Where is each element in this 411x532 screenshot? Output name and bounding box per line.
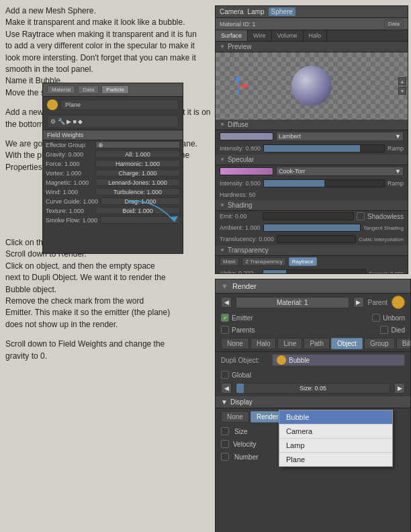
parent-icon[interactable] xyxy=(392,296,405,309)
pt-tab-material[interactable]: Material xyxy=(47,85,75,94)
alpha-bar[interactable] xyxy=(263,269,367,274)
diffuse-color-swatch[interactable] xyxy=(220,132,273,140)
parents-label: Parents xyxy=(232,326,255,334)
mask-btn[interactable]: Mask xyxy=(220,257,239,266)
display-tab-none[interactable]: None xyxy=(221,411,249,423)
specular-type-dropdown[interactable]: Cook-Torr▼ xyxy=(276,167,404,176)
shading-emit-row: Emit: 0.00 Shadowless xyxy=(216,211,408,222)
material-prev-btn[interactable]: ◀ xyxy=(221,297,232,308)
path-tab-none[interactable]: None xyxy=(221,338,249,349)
died-label: Died xyxy=(391,326,405,334)
specular-intensity-bar[interactable] xyxy=(263,179,385,187)
shading-translucency-bar[interactable] xyxy=(277,235,357,243)
fw-row-4: Wind: 1.000 Turbulence: 1.000 xyxy=(43,187,183,197)
path-tab-group[interactable]: Group xyxy=(364,338,395,349)
transparency-section-header: ▼ Transparency xyxy=(216,245,408,256)
velocity-checkbox[interactable] xyxy=(221,440,229,448)
fw-magnetic: Magnetic: 1.000 xyxy=(46,179,93,186)
fw-vortex: Vortex: 1.000 xyxy=(46,170,93,177)
scroll-down-btn[interactable]: ▼ xyxy=(398,87,406,95)
path-tab-object[interactable]: Object xyxy=(331,338,363,349)
plane-path: Plane xyxy=(60,99,179,110)
mat-tab-wire[interactable]: Wire xyxy=(248,30,272,41)
dropdown-item-camera[interactable]: Camera xyxy=(279,425,392,439)
dropdown-item-plane[interactable]: Plane xyxy=(279,453,392,466)
path-tab-billboard[interactable]: Billboar xyxy=(396,338,411,349)
died-checkbox[interactable] xyxy=(380,326,388,334)
specular-ramp-label: Ramp xyxy=(387,180,404,187)
data-tab[interactable]: Data xyxy=(384,19,404,28)
fw-row-2: Vortex: 1.000 Charge: 1.000 xyxy=(43,169,183,178)
diffuse-ramp-label: Ramp xyxy=(387,145,404,152)
mat-tab-surface[interactable]: Surface xyxy=(216,30,248,41)
size-checkbox[interactable] xyxy=(221,427,229,435)
fw-header: Field Weights xyxy=(43,130,183,140)
specular-intensity-label: Intensity: 0.500 xyxy=(220,180,261,187)
dupli-object-field[interactable]: Bubble xyxy=(272,354,405,366)
bubble-icon xyxy=(277,355,286,365)
z-transparency-btn[interactable]: Z Transparency xyxy=(242,257,286,266)
path-tab-path[interactable]: Path xyxy=(304,338,330,349)
died-check-item: Died xyxy=(380,326,405,334)
unborn-checkbox[interactable] xyxy=(372,314,380,322)
path-tab-line[interactable]: Line xyxy=(277,338,302,349)
raytrace-btn[interactable]: Raytrace xyxy=(289,257,317,266)
parents-checkbox[interactable] xyxy=(221,326,229,334)
scroll-up-btn[interactable]: ▲ xyxy=(398,77,406,85)
fw-texture: Texture: 1.000 xyxy=(46,208,93,214)
emitter-checkbox[interactable]: ✓ xyxy=(221,314,229,322)
shading-emit-bar[interactable] xyxy=(263,212,354,220)
mat-tab-halo[interactable]: Halo xyxy=(304,30,328,41)
shading-translucency-row: Translucency: 0.000 Cubic Interpolation xyxy=(216,234,408,245)
size-bar[interactable]: Size: 0.05 xyxy=(236,383,390,394)
fw-wind: Wind: 1.000 xyxy=(46,189,93,195)
unborn-check-item: Unborn xyxy=(372,314,405,322)
global-checkbox[interactable] xyxy=(221,371,229,379)
fw-harmonic: Harmonic: 1.000 xyxy=(95,160,180,167)
mat-panel-header: Camera Lamp Sphere xyxy=(216,6,408,18)
diffuse-label: Diffuse xyxy=(228,121,248,128)
size-check-label: Size xyxy=(234,428,247,435)
fw-row-1: Force: 1.000 Harmonic: 1.000 xyxy=(43,159,183,169)
mat-sphere-label: Sphere xyxy=(269,7,295,16)
material-next-btn[interactable]: ▶ xyxy=(353,297,364,308)
shading-cubic-label: Cubic Interpolation xyxy=(359,236,404,242)
shadowless-checkbox[interactable] xyxy=(357,212,365,220)
dropdown-item-lamp[interactable]: Lamp xyxy=(279,439,392,453)
preview-scroll[interactable]: ▲ ▼ xyxy=(398,77,406,95)
diffuse-type-dropdown[interactable]: Lambert▼ xyxy=(276,132,404,141)
fw-effector-input[interactable]: ⊕ xyxy=(98,142,103,148)
shading-ambient-bar[interactable] xyxy=(263,224,361,232)
path-tab-halo[interactable]: Halo xyxy=(250,338,277,349)
dropdown-item-bubble[interactable]: Bubble xyxy=(279,410,392,425)
mat-id-label: Material ID: 1 xyxy=(220,21,256,28)
diffuse-intensity-bar[interactable] xyxy=(263,144,385,152)
field-weights-panel: Field Weights Effector Group: ⊕ Gravity:… xyxy=(42,130,183,254)
diffuse-intensity-row: Intensity: 0.800 Ramp xyxy=(216,143,408,154)
dupli-dropdown-menu[interactable]: Bubble Camera Lamp Plane xyxy=(279,410,393,467)
fw-curve: Curve Guide: 1.000 xyxy=(46,198,98,205)
size-next-btn[interactable]: ▶ xyxy=(394,383,405,394)
fw-row-7: Smoke Flow: 1.000 xyxy=(43,216,183,225)
preview-section-header: ▼ Preview xyxy=(216,42,408,52)
specular-color-swatch[interactable] xyxy=(220,167,273,175)
diffuse-color-row: Lambert▼ xyxy=(216,130,408,143)
fw-gravity: Gravity: 0.000 xyxy=(46,151,93,158)
pt-tab-data[interactable]: Data xyxy=(78,85,99,94)
specular-hardness-label: Hardness: 50 xyxy=(220,191,256,198)
mat-camera-label: Camera xyxy=(220,8,244,15)
fresnel-label: Fresnel: 0.000 xyxy=(369,271,404,275)
dupli-object-row: Dupli Object: Bubble xyxy=(216,352,410,369)
toolbar-icons: ⚙ 🔧 ▶ ■ ◆ xyxy=(50,118,83,125)
emitter-unborn-row: ✓ Emitter Unborn xyxy=(216,312,410,324)
size-prev-btn[interactable]: ◀ xyxy=(221,383,232,394)
preview-triangle: ▼ xyxy=(220,44,225,50)
pt-tab-particle[interactable]: Particle xyxy=(101,85,129,94)
fw-effector-row: Effector Group: ⊕ xyxy=(43,140,183,150)
number-checkbox[interactable] xyxy=(221,453,229,461)
display-section-header: ▼ Display xyxy=(216,396,410,408)
fw-row-5: Curve Guide: 1.000 Drag: 1.000 xyxy=(43,197,183,206)
display-triangle: ▼ xyxy=(221,398,228,406)
specular-triangle: ▼ xyxy=(220,157,225,163)
mat-tab-volume[interactable]: Volume xyxy=(272,30,304,41)
